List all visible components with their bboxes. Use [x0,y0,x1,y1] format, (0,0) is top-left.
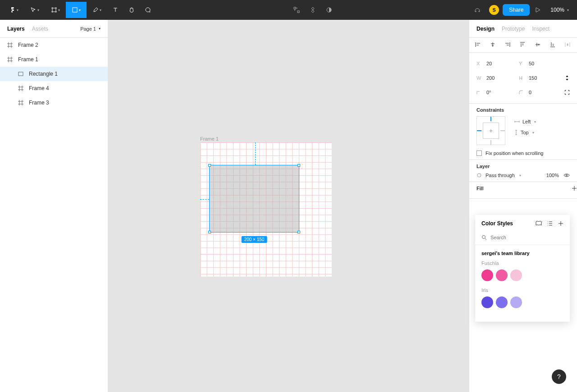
layer-name: Rectangle 1 [29,71,58,77]
blend-mode-select[interactable]: Pass through▾ [476,173,521,178]
audio-icon[interactable] [469,2,485,18]
x-label: X [476,61,483,66]
link-wh-icon[interactable] [564,75,570,81]
add-fill-icon[interactable] [572,186,577,191]
h-input[interactable]: 150 [529,75,558,81]
fill-title: Fill [476,186,484,191]
radius-icon [519,90,525,95]
frame-label[interactable]: Frame 1 [200,136,219,141]
top-toolbar: ▾ ▾ ▾ ▾ ▾ S Share 100%▾ [0,0,577,20]
share-button[interactable]: Share [503,4,530,16]
list-view-icon[interactable] [547,221,553,226]
layer-name: Frame 2 [18,42,38,48]
constraints-section: Constraints + Left▾ Top▾ Fix position wh… [469,104,577,160]
svg-rect-4 [18,72,23,76]
layer-row[interactable]: Frame 4 [0,81,108,96]
mask-icon[interactable] [321,2,337,18]
frame-tool[interactable]: ▾ [45,2,66,18]
layer-row[interactable]: Frame 3 [0,96,108,110]
opacity-input[interactable]: 100% [546,173,559,178]
main-menu-button[interactable]: ▾ [4,2,24,18]
selected-rectangle[interactable] [209,165,299,232]
fix-position-checkbox[interactable]: Fix position when scrolling [476,150,570,156]
w-input[interactable]: 200 [486,75,515,81]
align-left-icon[interactable] [475,41,482,49]
visibility-icon[interactable] [563,173,570,178]
frame-icon [18,100,24,105]
layer-row[interactable]: Rectangle 1 [0,67,108,81]
layer-section: Layer Pass through▾ 100% [469,160,577,182]
align-controls [469,38,577,53]
color-swatch[interactable] [481,296,493,308]
design-tab[interactable]: Design [476,26,495,32]
svg-point-6 [566,175,568,176]
prototype-tab[interactable]: Prototype [502,26,525,32]
color-group-title: Iris [481,287,563,293]
svg-rect-2 [298,11,299,13]
svg-rect-0 [73,8,77,12]
layer-title: Layer [476,164,490,169]
vector-edit-icon[interactable] [288,2,305,18]
color-swatch[interactable] [496,296,508,308]
color-swatch[interactable] [481,269,493,281]
popover-title: Color Styles [481,220,513,227]
constraint-h-select[interactable]: Left▾ [514,119,536,124]
distribute-icon[interactable] [564,41,572,49]
library-icon[interactable] [536,221,542,226]
constraint-widget[interactable]: + [476,116,505,145]
add-style-icon[interactable] [558,221,563,226]
swatch-row [481,269,563,281]
color-swatch[interactable] [510,269,522,281]
independent-corners-icon[interactable] [564,90,570,95]
left-panel: Layers Assets Page 1▾ Frame 2Frame 1Rect… [0,20,108,392]
align-top-icon[interactable] [519,41,527,49]
x-input[interactable]: 20 [486,61,515,66]
swatch-row [481,296,563,308]
frame-1[interactable]: 200 × 150 [200,142,332,277]
fill-section: Fill [469,182,577,199]
layer-name: Frame 4 [29,85,49,91]
radius-input[interactable]: 0 [529,90,558,95]
shape-tool[interactable]: ▾ [66,2,87,18]
canvas[interactable]: Frame 1 200 × 150 [108,20,469,392]
right-panel: Design Prototype Inspect X20 Y50 W200 H1… [469,20,577,392]
align-bottom-icon[interactable] [550,41,557,49]
layer-list: Frame 2Frame 1Rectangle 1Frame 4Frame 3 [0,38,108,110]
avatar[interactable]: S [489,5,499,15]
help-button[interactable]: ? [552,369,566,384]
frame-icon [7,42,14,48]
layers-tab[interactable]: Layers [7,26,25,32]
constraints-title: Constraints [476,107,504,113]
y-input[interactable]: 50 [529,61,558,66]
inspect-tab[interactable]: Inspect [532,26,550,32]
svg-point-5 [477,173,481,177]
y-label: Y [519,61,525,66]
rotation-icon [476,90,483,95]
align-hcenter-icon[interactable] [490,41,497,49]
assets-tab[interactable]: Assets [32,26,48,32]
constraint-v-select[interactable]: Top▾ [514,130,536,135]
color-swatch[interactable] [496,269,508,281]
comment-tool[interactable] [140,2,156,18]
component-icon[interactable] [305,2,321,18]
color-swatch[interactable] [510,296,522,308]
svg-rect-1 [294,7,296,9]
color-styles-popover: Color Styles sergei's team library Fusch… [475,215,570,322]
rotation-input[interactable]: 0° [486,90,515,95]
align-right-icon[interactable] [504,41,512,49]
text-tool[interactable] [107,2,124,18]
pen-tool[interactable]: ▾ [87,2,107,18]
h-label: H [519,75,525,81]
zoom-control[interactable]: 100%▾ [550,7,569,13]
search-icon [481,235,487,240]
search-input[interactable] [490,235,563,240]
page-select[interactable]: Page 1▾ [80,26,101,32]
align-vcenter-icon[interactable] [535,41,542,49]
layer-name: Frame 1 [18,56,38,63]
layer-row[interactable]: Frame 1 [0,52,108,67]
layer-name: Frame 3 [29,100,49,106]
move-tool[interactable]: ▾ [24,2,45,18]
layer-row[interactable]: Frame 2 [0,38,108,52]
hand-tool[interactable] [124,2,140,18]
present-button[interactable] [530,2,546,18]
